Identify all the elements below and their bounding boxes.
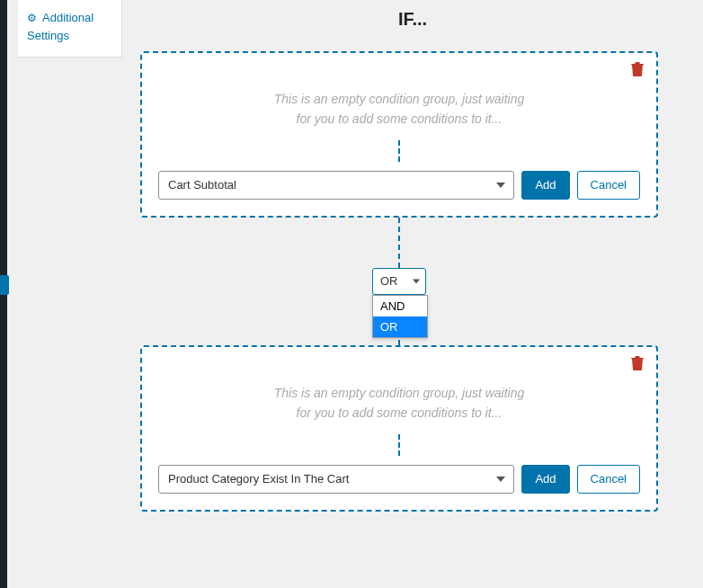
trash-icon	[631, 358, 644, 373]
sidebar: ⚙Additional Settings	[18, 0, 122, 58]
delete-group-button[interactable]	[631, 356, 644, 374]
empty-text-line1: This is an empty condition group, just w…	[274, 92, 525, 106]
add-button[interactable]: Add	[521, 465, 569, 494]
trash-icon	[631, 64, 644, 79]
empty-text-line1: This is an empty condition group, just w…	[274, 386, 525, 400]
cancel-button[interactable]: Cancel	[577, 171, 640, 200]
empty-text-line2: for you to add some conditions to it...	[297, 405, 503, 420]
delete-group-button[interactable]	[631, 62, 644, 80]
sidebar-item-additional-settings[interactable]: ⚙Additional Settings	[27, 9, 112, 44]
condition-type-select[interactable]: Product Category Exist In The Cart	[158, 465, 514, 494]
group-connector: OR AND OR	[140, 218, 658, 345]
logic-dropdown-list: AND OR	[372, 295, 428, 338]
condition-group: This is an empty condition group, just w…	[140, 51, 658, 218]
logic-operator-select[interactable]: OR	[372, 268, 426, 295]
logic-option-or[interactable]: OR	[373, 316, 427, 337]
connector-line	[398, 218, 400, 268]
connector-line	[398, 140, 400, 162]
condition-select-wrap: Cart Subtotal	[158, 171, 514, 200]
condition-row: Product Category Exist In The Cart Add C…	[158, 465, 640, 494]
condition-group: This is an empty condition group, just w…	[140, 345, 658, 512]
cancel-button[interactable]: Cancel	[577, 465, 640, 494]
connector-line	[398, 434, 400, 456]
sidebar-item-label: Additional Settings	[27, 11, 93, 42]
heading-if: IF...	[140, 9, 658, 30]
condition-type-select[interactable]: Cart Subtotal	[158, 171, 514, 200]
main-content: IF... This is an empty condition group, …	[122, 0, 703, 588]
gear-icon: ⚙	[27, 12, 37, 24]
empty-group-text: This is an empty condition group, just w…	[158, 62, 640, 135]
condition-row: Cart Subtotal Add Cancel	[158, 171, 640, 200]
collapse-tab[interactable]	[0, 275, 9, 295]
logic-select-wrap: OR AND OR	[372, 268, 426, 295]
logic-option-and[interactable]: AND	[373, 296, 427, 316]
condition-select-wrap: Product Category Exist In The Cart	[158, 465, 514, 494]
add-button[interactable]: Add	[521, 171, 569, 200]
empty-text-line2: for you to add some conditions to it...	[297, 111, 503, 126]
empty-group-text: This is an empty condition group, just w…	[158, 356, 640, 429]
